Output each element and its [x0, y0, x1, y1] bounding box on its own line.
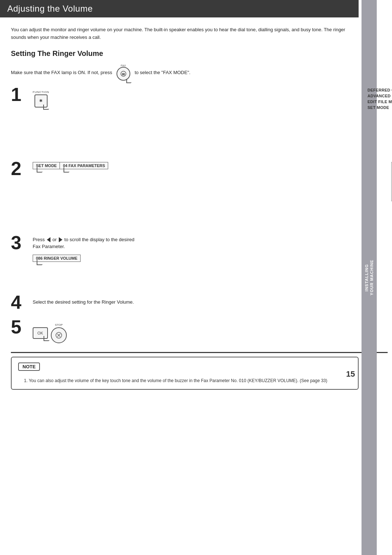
ok-label: OK	[37, 331, 43, 335]
fax-key-icon: FAX ☎	[117, 64, 130, 81]
arrow-right-icon	[59, 237, 62, 242]
fax-mode-text-after: to select the "FAX MODE".	[135, 70, 191, 75]
side-tab: INSTALLING YOUR MACHINE	[362, 0, 377, 555]
stop-key-button[interactable]	[51, 327, 67, 343]
fax-mode-instruction: Make sure that the FAX lamp is ON. If no…	[11, 64, 348, 81]
fax-key-face: ☎	[117, 67, 130, 81]
step-1-content: FUNCTION ✱	[33, 88, 348, 108]
step-4-number: 4	[11, 293, 33, 312]
function-key-icon: FUNCTION ✱	[33, 90, 49, 108]
function-button-symbol: ✱	[39, 98, 42, 103]
ok-key-button[interactable]: OK	[33, 327, 48, 339]
note-item-1: 1. You can also adjust the volume of the…	[24, 377, 351, 384]
fax-mode-text-before: Make sure that the FAX lamp is ON. If no…	[11, 70, 112, 75]
step-2-number: 2	[11, 159, 33, 178]
stop-key-group: STOP	[51, 323, 67, 343]
intro-paragraph: You can adjust the monitor and ringer vo…	[11, 26, 348, 41]
step-2: 2 SET MODE 04 FAX PARAMETERS 001 CONTRAS…	[11, 162, 348, 227]
menu-item-advanced: ADVANCED COMM.	[367, 94, 392, 98]
step-2-content: SET MODE 04 FAX PARAMETERS	[33, 162, 348, 174]
menu-item-set-mode: SET MODE	[367, 105, 392, 110]
menu-item-edit-file: EDIT FILE MODE	[367, 100, 392, 104]
step4-text: Select the desired setting for the Ringe…	[33, 296, 348, 306]
step-5: 5 OK STOP	[11, 320, 348, 343]
section-divider	[11, 352, 388, 353]
step-3: 3 Press or to scroll the display to the …	[11, 236, 348, 287]
step-1-number: 1	[11, 85, 33, 104]
arrow-left-icon	[47, 237, 50, 242]
step1-menu: DEFERRED COMM. POLLING ADVANCED COMM. SE…	[367, 88, 392, 110]
step-5-number: 5	[11, 317, 33, 336]
step-3-number: 3	[11, 233, 33, 252]
set-mode-box: SET MODE	[33, 162, 60, 169]
step-5-content: OK STOP	[33, 320, 348, 343]
stop-label-text: STOP	[55, 323, 63, 327]
menu-item-deferred: DEFERRED COMM.	[367, 88, 392, 92]
ok-key-group: OK	[33, 327, 48, 339]
function-button[interactable]: ✱	[34, 94, 48, 108]
fax-params-box: 04 FAX PARAMETERS	[60, 162, 108, 169]
step-3-content: Press or to scroll the display to the de…	[33, 236, 348, 262]
note-section: NOTE 1. You can also adjust the volume o…	[11, 357, 359, 390]
step2-display-row: SET MODE 04 FAX PARAMETERS	[33, 162, 108, 169]
note-header: NOTE	[18, 362, 40, 371]
ok-stop-buttons: OK STOP	[33, 323, 348, 343]
step-4: 4 Select the desired setting for the Rin…	[11, 296, 348, 312]
page-title: Adjusting the Volume	[7, 4, 351, 14]
step-4-content: Select the desired setting for the Ringe…	[33, 296, 348, 306]
ringer-volume-display: 086 RINGER VOLUME	[33, 255, 81, 262]
step3-instruction: Press or to scroll the display to the de…	[33, 236, 348, 250]
side-tab-text: INSTALLING YOUR MACHINE	[364, 260, 375, 295]
svg-text:☎: ☎	[122, 73, 125, 76]
step-1: 1 FUNCTION ✱ DEFERRED COMM. POLLING ADVA…	[11, 88, 348, 153]
page-number: 15	[346, 369, 355, 379]
section-title: Setting The Ringer Volume	[11, 49, 348, 58]
page-header: Adjusting the Volume	[0, 0, 359, 17]
